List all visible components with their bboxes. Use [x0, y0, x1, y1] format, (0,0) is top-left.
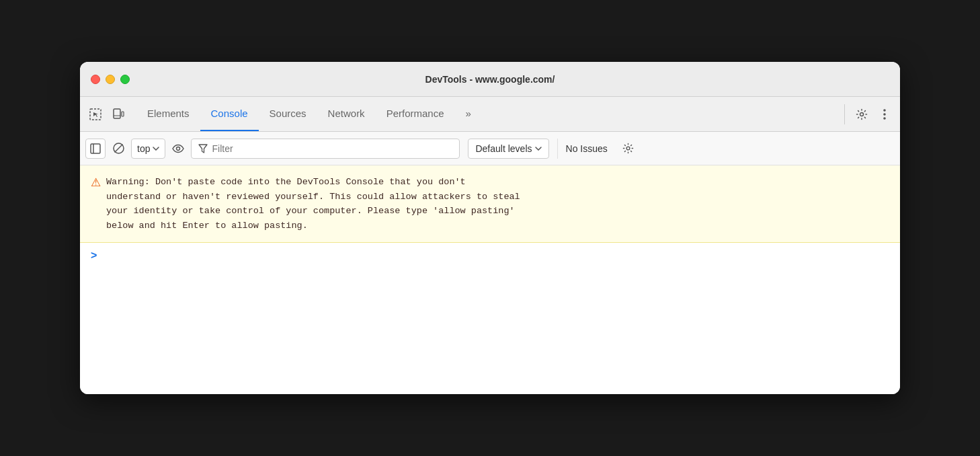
warning-message: ⚠ Warning: Don't paste code into the Dev…: [80, 165, 900, 243]
tab-more[interactable]: »: [455, 97, 482, 131]
minimize-button[interactable]: [106, 75, 115, 84]
svg-point-4: [860, 112, 864, 116]
warning-triangle-icon: ⚠: [91, 176, 101, 190]
svg-line-11: [114, 145, 122, 153]
tabs: Elements Console Sources Network Perform…: [136, 97, 835, 131]
clear-icon: [113, 143, 124, 154]
sidebar-icon: [90, 143, 101, 154]
sidebar-toggle-button[interactable]: [85, 139, 106, 159]
tab-network[interactable]: Network: [317, 97, 376, 131]
tabbar-right: [835, 104, 895, 124]
svg-marker-13: [199, 145, 207, 153]
svg-point-5: [883, 109, 886, 112]
console-content: ⚠ Warning: Don't paste code into the Dev…: [80, 165, 900, 394]
tab-elements[interactable]: Elements: [136, 97, 200, 131]
traffic-lights: [91, 75, 130, 84]
svg-rect-1: [114, 109, 120, 118]
clear-console-button[interactable]: [108, 139, 128, 159]
levels-chevron-icon: [535, 147, 542, 151]
svg-rect-2: [122, 112, 124, 116]
maximize-button[interactable]: [120, 75, 130, 84]
settings-button[interactable]: [852, 104, 872, 124]
inspect-icon: [89, 108, 101, 120]
default-levels-selector[interactable]: Default levels: [468, 139, 548, 159]
device-icon: [112, 108, 124, 120]
svg-rect-8: [91, 144, 100, 153]
close-button[interactable]: [91, 75, 100, 84]
tabbar: Elements Console Sources Network Perform…: [80, 97, 900, 132]
console-gear-icon: [622, 143, 634, 154]
device-emulation-button[interactable]: [108, 104, 128, 124]
divider: [844, 104, 845, 124]
tab-console[interactable]: Console: [200, 97, 259, 131]
window-title: DevTools - www.google.com/: [425, 74, 555, 85]
inspect-icon-button[interactable]: [85, 104, 106, 124]
svg-point-7: [883, 117, 886, 120]
warning-text-block: Warning: Don't paste code into the DevTo…: [106, 175, 520, 233]
svg-point-12: [177, 147, 180, 150]
console-prompt-row: >: [80, 243, 900, 268]
filter-input[interactable]: [212, 143, 452, 154]
filter-box[interactable]: [191, 139, 460, 159]
gear-icon: [856, 108, 868, 120]
svg-point-14: [626, 147, 630, 150]
devtools-window: DevTools - www.google.com/ Elements: [80, 62, 900, 394]
svg-point-6: [883, 113, 886, 116]
eye-button[interactable]: [168, 139, 188, 159]
more-options-button[interactable]: [874, 104, 895, 124]
console-toolbar: top Default levels No Issues: [80, 132, 900, 165]
tab-performance[interactable]: Performance: [376, 97, 455, 131]
no-issues-badge: No Issues: [557, 139, 616, 159]
more-dots-icon: [883, 108, 886, 120]
titlebar: DevTools - www.google.com/: [80, 62, 900, 97]
tab-sources[interactable]: Sources: [259, 97, 317, 131]
tabbar-icons: [85, 104, 136, 124]
filter-icon: [198, 144, 208, 153]
chevron-down-icon: [153, 147, 159, 151]
console-settings-button[interactable]: [618, 139, 639, 159]
eye-icon: [172, 144, 184, 153]
context-selector[interactable]: top: [131, 139, 165, 159]
console-prompt-icon: >: [91, 250, 97, 262]
